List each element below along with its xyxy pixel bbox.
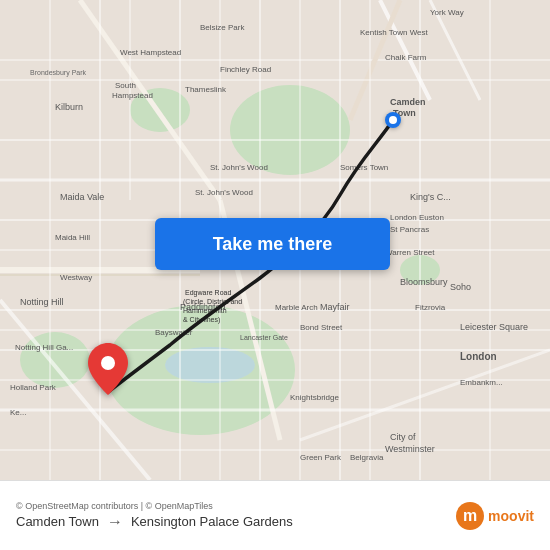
svg-text:Marble Arch: Marble Arch <box>275 303 318 312</box>
svg-text:Finchley Road: Finchley Road <box>220 65 271 74</box>
svg-text:King's C...: King's C... <box>410 192 451 202</box>
svg-text:Camden: Camden <box>390 97 426 107</box>
svg-text:Bloomsbury: Bloomsbury <box>400 277 448 287</box>
route-arrow-icon: → <box>107 513 123 531</box>
svg-text:Kilburn: Kilburn <box>55 102 83 112</box>
svg-text:Westway: Westway <box>60 273 92 282</box>
bottom-info: © OpenStreetMap contributors | © OpenMap… <box>16 501 293 531</box>
svg-text:South: South <box>115 81 136 90</box>
svg-text:Belsize Park: Belsize Park <box>200 23 245 32</box>
svg-text:Hampstead: Hampstead <box>112 91 153 100</box>
map-area: Kilburn West Hampstead Belsize Park Bron… <box>0 0 550 480</box>
take-me-there-button[interactable]: Take me there <box>155 218 390 270</box>
svg-text:York Way: York Way <box>430 8 464 17</box>
moovit-logo: m moovit <box>456 502 534 530</box>
svg-text:London Euston: London Euston <box>390 213 444 222</box>
svg-text:Notting Hill Ga...: Notting Hill Ga... <box>15 343 73 352</box>
map-attribution: © OpenStreetMap contributors | © OpenMap… <box>16 501 293 511</box>
moovit-icon: m <box>456 502 484 530</box>
svg-text:Lancaster Gate: Lancaster Gate <box>240 334 288 341</box>
moovit-wordmark: moovit <box>488 508 534 524</box>
svg-text:Leicester Square: Leicester Square <box>460 322 528 332</box>
svg-text:Notting Hill: Notting Hill <box>20 297 64 307</box>
svg-text:St. John's Wood: St. John's Wood <box>210 163 268 172</box>
svg-text:Green Park: Green Park <box>300 453 342 462</box>
svg-point-90 <box>101 356 115 370</box>
svg-text:London: London <box>460 351 497 362</box>
svg-point-6 <box>165 347 255 383</box>
svg-text:Knightsbridge: Knightsbridge <box>290 393 339 402</box>
svg-text:Warren Street: Warren Street <box>385 248 435 257</box>
svg-text:Holland Park: Holland Park <box>10 383 57 392</box>
svg-text:Embankm...: Embankm... <box>460 378 503 387</box>
svg-text:Brondesbury Park: Brondesbury Park <box>30 69 87 77</box>
svg-text:Mayfair: Mayfair <box>320 302 350 312</box>
svg-text:St. John's Wood: St. John's Wood <box>195 188 253 197</box>
svg-text:Edgware Road: Edgware Road <box>185 289 231 297</box>
svg-text:Somers Town: Somers Town <box>340 163 388 172</box>
route-info: Camden Town → Kensington Palace Gardens <box>16 513 293 531</box>
destination-label: Kensington Palace Gardens <box>131 514 293 529</box>
svg-text:Soho: Soho <box>450 282 471 292</box>
svg-text:Westminster: Westminster <box>385 444 435 454</box>
svg-text:Chalk Farm: Chalk Farm <box>385 53 427 62</box>
svg-text:Fitzrovia: Fitzrovia <box>415 303 446 312</box>
bottom-bar: © OpenStreetMap contributors | © OpenMap… <box>0 480 550 550</box>
svg-text:Kentish Town West: Kentish Town West <box>360 28 429 37</box>
svg-text:Thameslink: Thameslink <box>185 85 227 94</box>
svg-text:Belgravia: Belgravia <box>350 453 384 462</box>
origin-label: Camden Town <box>16 514 99 529</box>
svg-text:St Pancras: St Pancras <box>390 225 429 234</box>
svg-point-2 <box>230 85 350 175</box>
svg-point-89 <box>389 116 397 124</box>
svg-text:City of: City of <box>390 432 416 442</box>
svg-text:Maida Vale: Maida Vale <box>60 192 104 202</box>
svg-text:Maida Hill: Maida Hill <box>55 233 90 242</box>
svg-text:Ke...: Ke... <box>10 408 26 417</box>
svg-text:Bond Street: Bond Street <box>300 323 343 332</box>
svg-text:West Hampstead: West Hampstead <box>120 48 181 57</box>
